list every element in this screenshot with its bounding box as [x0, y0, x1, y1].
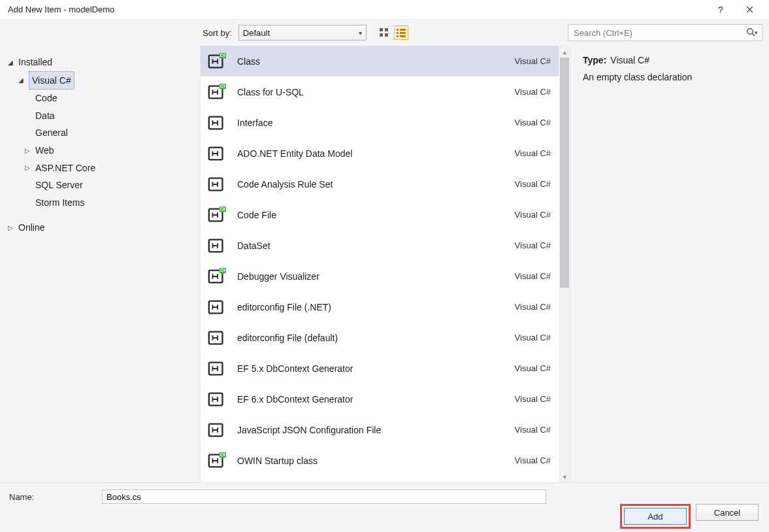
- template-row[interactable]: C# Debugger Visualizer Visual C#: [201, 261, 570, 291]
- svg-rect-1: [385, 28, 388, 31]
- tree-label: Web: [35, 142, 54, 159]
- template-language: Visual C#: [492, 333, 551, 342]
- template-row[interactable]: EF 5.x DbContext Generator Visual C#: [201, 353, 570, 384]
- template-icon: C#: [206, 81, 228, 103]
- scrollbar[interactable]: ▴ ▾: [559, 46, 570, 482]
- add-button-highlight: Add: [620, 504, 691, 529]
- svg-rect-2: [380, 33, 383, 37]
- list-icon: [397, 28, 406, 37]
- svg-point-10: [747, 29, 753, 34]
- type-value: Visual C#: [610, 55, 649, 65]
- tree-aspnet-core[interactable]: ▷ASP.NET Core: [4, 159, 196, 177]
- svg-text:C#: C#: [220, 53, 226, 58]
- add-button[interactable]: Add: [624, 508, 687, 525]
- template-label: editorconfig File (.NET): [237, 302, 483, 312]
- tree-installed[interactable]: ◢Installed: [4, 54, 196, 71]
- svg-text:C#: C#: [220, 268, 226, 273]
- tree-label: SQL Server: [35, 176, 83, 194]
- search-icon[interactable]: ▾: [746, 27, 758, 38]
- tree-label: ASP.NET Core: [35, 159, 95, 177]
- template-label: Class for U-SQL: [237, 87, 483, 97]
- view-tiles-button[interactable]: [377, 25, 391, 40]
- search-box[interactable]: ▾: [568, 24, 762, 41]
- template-list: C# Class Visual C# C# Class for U-SQL Vi…: [200, 46, 571, 482]
- svg-text:C#: C#: [220, 207, 226, 211]
- template-icon: C#: [206, 204, 228, 226]
- template-icon: [206, 419, 228, 441]
- tree-label: Code: [35, 90, 57, 107]
- tree-web[interactable]: ▷Web: [4, 142, 196, 159]
- name-label: Name:: [9, 492, 97, 502]
- template-label: DataSet: [237, 241, 483, 251]
- template-row[interactable]: editorconfig File (default) Visual C#: [201, 322, 570, 353]
- tree-storm-items[interactable]: Storm Items: [4, 194, 196, 212]
- template-language: Visual C#: [492, 148, 551, 158]
- svg-rect-6: [397, 32, 399, 34]
- window-title: Add New Item - modelDemo: [8, 5, 706, 14]
- template-icon: [206, 327, 228, 349]
- sort-by-dropdown[interactable]: Default ▾: [238, 25, 367, 41]
- arrow-down-icon: ◢: [8, 56, 16, 69]
- tree-label: Storm Items: [35, 194, 84, 212]
- cancel-button[interactable]: Cancel: [696, 504, 759, 521]
- template-language: Visual C#: [492, 241, 551, 250]
- arrow-right-icon: ▷: [25, 161, 33, 174]
- close-button[interactable]: [735, 0, 764, 20]
- tree-online[interactable]: ▷Online: [4, 219, 196, 237]
- sort-by-label: Sort by:: [203, 28, 232, 38]
- sort-by-value: Default: [243, 28, 270, 38]
- svg-rect-5: [400, 29, 406, 31]
- template-row[interactable]: C# Class for U-SQL Visual C#: [201, 76, 570, 107]
- tree-label: General: [35, 124, 68, 142]
- tree-code[interactable]: Code: [4, 90, 196, 107]
- name-input[interactable]: [102, 490, 546, 504]
- svg-rect-8: [397, 35, 399, 37]
- template-language: Visual C#: [492, 363, 551, 373]
- category-tree: ◢Installed ◢Visual C# Code Data General …: [0, 46, 200, 482]
- svg-rect-9: [400, 35, 406, 37]
- template-icon: [206, 173, 228, 195]
- svg-text:C#: C#: [220, 452, 226, 457]
- template-label: EF 6.x DbContext Generator: [237, 394, 483, 405]
- template-language: Visual C#: [492, 87, 551, 97]
- scroll-thumb[interactable]: [560, 58, 569, 288]
- template-label: Class: [237, 56, 483, 67]
- template-language: Visual C#: [492, 210, 551, 220]
- footer: Name: Add Cancel: [0, 482, 769, 532]
- template-icon: [206, 112, 228, 134]
- scroll-down-arrow-icon[interactable]: ▾: [559, 471, 570, 482]
- template-row[interactable]: JavaScript JSON Configuration File Visua…: [201, 414, 570, 445]
- type-label: Type:: [583, 55, 606, 65]
- toolbar: Sort by: Default ▾ ▾: [0, 20, 769, 46]
- svg-rect-7: [400, 32, 406, 34]
- template-language: Visual C#: [492, 394, 551, 404]
- tiles-icon: [380, 28, 389, 37]
- template-label: EF 5.x DbContext Generator: [237, 363, 483, 374]
- template-row[interactable]: Code Analysis Rule Set Visual C#: [201, 169, 570, 199]
- template-icon: [206, 357, 228, 380]
- tree-data[interactable]: Data: [4, 107, 196, 125]
- template-language: Visual C#: [492, 56, 551, 66]
- template-label: ADO.NET Entity Data Model: [237, 148, 483, 159]
- template-row[interactable]: DataSet Visual C#: [201, 230, 570, 261]
- template-row[interactable]: editorconfig File (.NET) Visual C#: [201, 291, 570, 322]
- template-row[interactable]: C# Code File Visual C#: [201, 199, 570, 230]
- template-language: Visual C#: [492, 302, 551, 312]
- scroll-up-arrow-icon[interactable]: ▴: [559, 46, 570, 58]
- search-input[interactable]: [572, 27, 746, 39]
- view-list-button[interactable]: [394, 25, 408, 40]
- tree-general[interactable]: General: [4, 124, 196, 142]
- help-button[interactable]: ?: [706, 0, 735, 20]
- template-language: Visual C#: [492, 118, 551, 127]
- template-row[interactable]: ADO.NET Entity Data Model Visual C#: [201, 138, 570, 169]
- tree-visual-csharp[interactable]: ◢Visual C#: [4, 71, 196, 90]
- template-row[interactable]: EF 6.x DbContext Generator Visual C#: [201, 384, 570, 414]
- template-row[interactable]: C# Class Visual C#: [201, 46, 570, 76]
- details-description: An empty class declaration: [583, 72, 757, 82]
- tree-sql-server[interactable]: SQL Server: [4, 176, 196, 194]
- template-language: Visual C#: [492, 425, 551, 435]
- template-row[interactable]: Interface Visual C#: [201, 107, 570, 138]
- template-row[interactable]: C# OWIN Startup class Visual C#: [201, 445, 570, 476]
- arrow-right-icon: ▷: [25, 144, 33, 157]
- chevron-down-icon: ▾: [359, 29, 362, 37]
